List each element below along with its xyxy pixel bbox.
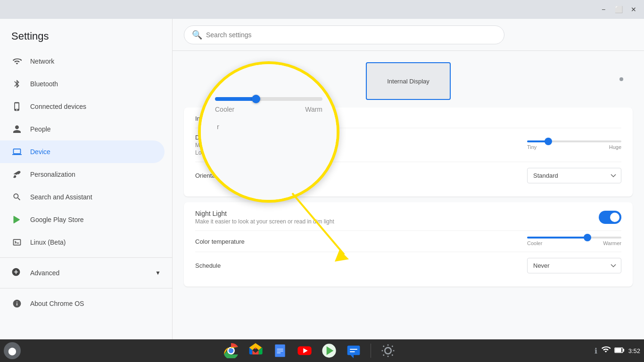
svg-rect-7 <box>277 353 281 353</box>
minimize-button[interactable]: − <box>597 3 610 16</box>
sidebar-divider <box>0 257 172 258</box>
svg-point-3 <box>229 348 234 354</box>
sidebar-divider-2 <box>0 288 172 288</box>
search-bar-container: 🔍 <box>173 19 644 51</box>
sidebar: Settings Network Bluetooth Connected dev… <box>0 19 173 339</box>
taskbar-messages-icon[interactable] <box>344 341 363 360</box>
sidebar-item-advanced[interactable]: Advanced ▼ <box>0 262 172 284</box>
taskbar-chrome-icon[interactable] <box>222 341 240 360</box>
mag-subtext: r <box>215 123 322 131</box>
small-dot <box>619 77 623 81</box>
monitor-box: Internal Display <box>366 62 451 100</box>
svg-rect-19 <box>615 348 621 352</box>
play-icon <box>11 214 23 225</box>
night-light-section: Night Light Make it easier to look at yo… <box>184 202 633 287</box>
sidebar-item-people-label: People <box>30 125 51 133</box>
wifi-icon <box>11 56 23 67</box>
night-light-description: Make it easier to look at your screen or… <box>195 218 599 225</box>
sidebar-item-search-assistant[interactable]: Search and Assistant <box>0 186 165 208</box>
color-temp-labels: Cooler Warmer <box>527 240 621 246</box>
svg-rect-15 <box>350 351 355 352</box>
taskbar-right: ℹ 3:52 <box>594 346 640 355</box>
taskbar-divider <box>371 344 371 358</box>
color-temp-min-label: Cooler <box>527 240 542 246</box>
taskbar-info-icon: ℹ <box>594 346 597 355</box>
monitor-label: Internal Display <box>387 78 429 85</box>
chevron-down-icon: ▼ <box>155 270 161 276</box>
sidebar-item-about[interactable]: About Chrome OS <box>0 292 165 315</box>
maximize-button[interactable]: ⬜ <box>612 3 625 16</box>
taskbar-battery-icon <box>614 347 625 355</box>
expand-icon <box>11 267 23 279</box>
sidebar-item-linux[interactable]: Linux (Beta) <box>0 231 165 254</box>
sidebar-item-device-label: Device <box>30 148 50 156</box>
color-temp-row: Color temperature Cooler Warmer <box>195 230 621 252</box>
taskbar-youtube-icon[interactable] <box>295 341 314 360</box>
schedule-row: Schedule Never Sunset to Sunrise Custom <box>195 252 621 279</box>
taskbar-docs-icon[interactable] <box>271 341 289 360</box>
svg-rect-6 <box>277 351 283 351</box>
night-light-toggle[interactable] <box>599 211 621 224</box>
brush-icon <box>11 169 23 180</box>
sidebar-item-connected-devices[interactable]: Connected devices <box>0 95 165 118</box>
launcher-button[interactable]: ⬤ <box>4 342 21 359</box>
sidebar-title: Settings <box>0 26 172 50</box>
color-temp-max-label: Warmer <box>603 240 621 246</box>
svg-rect-18 <box>623 349 624 352</box>
svg-rect-5 <box>277 349 283 349</box>
taskbar-wifi-icon[interactable] <box>601 346 611 355</box>
close-button[interactable]: ✕ <box>627 3 640 16</box>
taskbar-settings-icon[interactable] <box>379 341 397 360</box>
sidebar-item-google-play[interactable]: Google Play Store <box>0 208 165 231</box>
mag-slider-track <box>215 97 322 101</box>
svg-marker-13 <box>350 355 354 358</box>
magnifier-content: Cooler Warm r <box>201 64 337 200</box>
schedule-select[interactable]: Never Sunset to Sunrise Custom <box>527 258 621 273</box>
search-icon: 🔍 <box>192 30 202 40</box>
color-temp-slider[interactable] <box>527 237 621 239</box>
launcher-icon: ⬤ <box>8 346 17 355</box>
display-size-min-label: Tiny <box>527 144 537 150</box>
color-temp-label: Color temperature <box>195 238 527 245</box>
mag-warmer-label: Warm <box>305 106 322 113</box>
titlebar: − ⬜ ✕ <box>0 0 644 19</box>
sidebar-item-people[interactable]: People <box>0 118 165 140</box>
sidebar-item-google-play-label: Google Play Store <box>30 216 84 223</box>
sidebar-item-bluetooth-label: Bluetooth <box>30 80 58 88</box>
terminal-icon <box>11 237 23 248</box>
sidebar-item-personalization-label: Personalization <box>30 171 75 178</box>
sidebar-item-personalization[interactable]: Personalization <box>0 163 165 186</box>
mag-slider-area: Cooler Warm <box>215 97 322 113</box>
laptop-icon <box>11 146 23 157</box>
sidebar-item-advanced-label: Advanced <box>30 269 59 277</box>
sidebar-item-search-assistant-label: Search and Assistant <box>30 193 92 201</box>
display-size-slider[interactable] <box>527 140 621 142</box>
sidebar-item-network-label: Network <box>30 58 54 65</box>
night-light-header: Night Light Make it easier to look at yo… <box>195 210 621 225</box>
magnifier-overlay: Cooler Warm r <box>198 61 339 203</box>
person-icon <box>11 123 23 135</box>
svg-rect-12 <box>347 346 360 355</box>
night-light-title: Night Light <box>195 210 599 217</box>
phone-icon <box>11 101 23 112</box>
sidebar-item-linux-label: Linux (Beta) <box>30 239 66 246</box>
taskbar-play-icon[interactable] <box>320 341 339 360</box>
search-input[interactable] <box>206 31 496 39</box>
about-icon <box>11 298 23 309</box>
taskbar-center <box>25 341 594 360</box>
search-bar[interactable]: 🔍 <box>184 25 504 44</box>
bluetooth-icon <box>11 78 23 90</box>
taskbar-gmail-icon[interactable] <box>246 341 265 360</box>
color-temp-slider-container: Cooler Warmer <box>527 237 621 246</box>
display-size-labels: Tiny Huge <box>527 144 621 150</box>
sidebar-item-network[interactable]: Network <box>0 50 165 73</box>
orientation-select[interactable]: Standard 90° 180° 270° <box>527 168 621 183</box>
svg-rect-14 <box>350 349 357 350</box>
display-size-slider-container: Tiny Huge <box>527 140 621 150</box>
display-size-max-label: Huge <box>609 144 621 150</box>
taskbar-left: ⬤ <box>4 342 25 359</box>
sidebar-item-bluetooth[interactable]: Bluetooth <box>0 73 165 95</box>
sidebar-item-device[interactable]: Device <box>0 140 165 163</box>
sidebar-item-about-label: About Chrome OS <box>30 300 84 307</box>
mag-cooler-label: Cooler <box>215 106 234 113</box>
